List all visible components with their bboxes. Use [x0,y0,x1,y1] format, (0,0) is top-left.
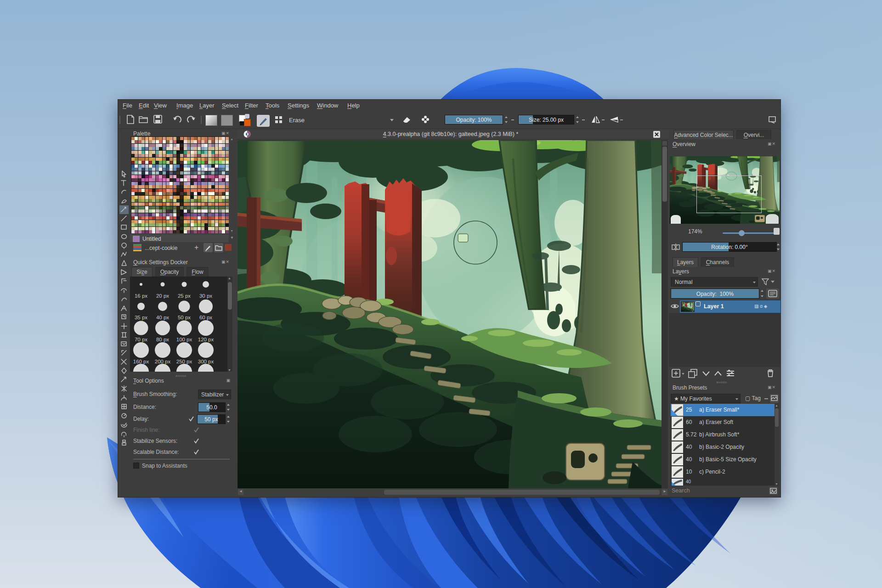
svg-text:30 px: 30 px [199,293,212,299]
svg-text:60 px: 60 px [199,315,212,320]
svg-text:300 px: 300 px [198,359,214,364]
svg-text:160 px: 160 px [133,359,149,364]
svg-text:25 px: 25 px [178,293,191,299]
svg-text:70 px: 70 px [135,337,147,342]
svg-text:100 px: 100 px [176,337,192,342]
svg-text:200 px: 200 px [155,359,171,364]
svg-text:50 px: 50 px [178,315,191,320]
svg-text:80 px: 80 px [156,337,169,342]
svg-text:20 px: 20 px [156,293,169,299]
svg-text:16 px: 16 px [135,293,147,299]
svg-text:250 px: 250 px [176,359,192,364]
svg-text:120 px: 120 px [198,337,214,342]
svg-text:40 px: 40 px [156,315,169,320]
svg-text:35 px: 35 px [135,315,147,320]
